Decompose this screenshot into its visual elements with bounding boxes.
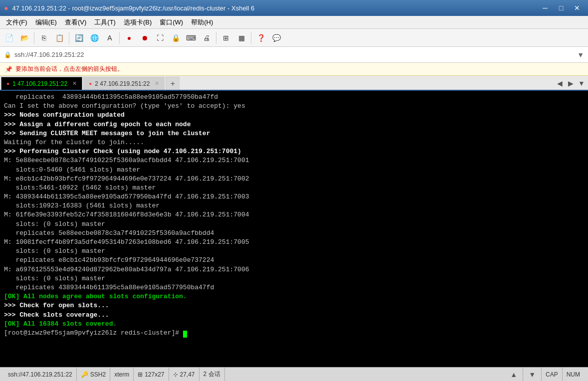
tip-icon: 📌 [5, 66, 12, 73]
close-button[interactable]: ✕ [570, 2, 584, 13]
menu-edit[interactable]: 编辑(E) [31, 17, 61, 28]
window-controls: ─ □ ✕ [538, 2, 584, 13]
size-icon: ⊞ [138, 371, 143, 378]
terminal-line: M: 10081fecff4b89f3a5dfe495314b7263e108b… [4, 238, 584, 247]
ssh-icon: 🔑 [81, 371, 88, 378]
terminal-line: >>> Check for open slots... [4, 301, 584, 310]
terminal-line: M: 43893444b611395c5a88ee9105ad577950ba4… [4, 192, 584, 201]
terminal-line: M: 5e88eecbe0878c3a7f4910225f5360a9acfbb… [4, 156, 584, 165]
tab-1-label: 1 47.106.219.251:22 [12, 80, 67, 87]
toolbar-fullscreen[interactable]: ⛶ [153, 31, 167, 45]
protocol-text: SSH2 [90, 371, 106, 378]
menu-view[interactable]: 查看(V) [61, 17, 90, 28]
maximize-button[interactable]: □ [554, 2, 568, 13]
toolbar-globe[interactable]: 🌐 [87, 31, 101, 45]
toolbar-new[interactable]: 📄 [2, 31, 16, 45]
toolbar-chat[interactable]: 💬 [269, 31, 283, 45]
tab-2-label: 2 47.106.219.251:22 [95, 80, 150, 87]
toolbar-keyboard[interactable]: ⌨ [184, 31, 198, 45]
terminal-line: M: e8cb1c42bb93bfcfc9f972964944696e0e737… [4, 175, 584, 184]
menu-tabs[interactable]: 选项卡(B) [120, 17, 156, 28]
menu-tools[interactable]: 工具(T) [90, 17, 120, 28]
status-position: ⊹ 27,47 [169, 368, 199, 381]
terminal-line: replicates 43893444b611395c5a88ee9105ad5… [4, 93, 584, 102]
terminal-line: >>> Sending CLUSTER MEET messages to joi… [4, 129, 584, 138]
terminal-line: >>> Check slots coverage... [4, 311, 584, 320]
tip-text: 要添加当前会话，点击左侧的箭头按钮。 [15, 65, 123, 73]
app-icon: ● [4, 4, 8, 12]
toolbar-help[interactable]: ❓ [254, 31, 268, 45]
menu-file[interactable]: 文件(F) [2, 17, 31, 28]
num-text: NUM [567, 371, 580, 378]
terminal-line: replicates e8cb1c42bb93bfcfc9f9729649446… [4, 256, 584, 265]
tab-nav: ◀ ▶ ▼ [554, 77, 587, 90]
toolbar-paste[interactable]: 📋 [52, 31, 66, 45]
tab-2-dot: ● [89, 81, 92, 86]
tab-1-dot: ● [6, 81, 9, 86]
tab-1-close[interactable]: ✕ [72, 80, 77, 87]
terminal-line: slots: (0 slots) master [4, 247, 584, 256]
scroll-up-icon[interactable]: ▲ [509, 371, 519, 379]
terminal-line: >>> Performing Cluster Check (using node… [4, 147, 584, 156]
terminal[interactable]: replicates 43893444b611395c5a88ee9105ad5… [0, 91, 588, 367]
status-cap: CAP [542, 368, 563, 381]
toolbar-red-circle[interactable]: ● [122, 31, 136, 45]
toolbar-record[interactable]: ⏺ [138, 31, 152, 45]
tab-2-close[interactable]: ✕ [155, 80, 159, 87]
terminal-line: Waiting for the cluster to join..... [4, 138, 584, 147]
status-connection: ssh://47.106.219.251:22 [4, 368, 77, 381]
terminal-line: [OK] All 16384 slots covered. [4, 320, 584, 329]
tab-bar: ● 1 47.106.219.251:22 ✕ ● 2 47.106.219.2… [0, 76, 588, 91]
address-bar: 🔒 ssh://47.106.219.251:22 ▼ [0, 47, 588, 63]
menu-window[interactable]: 窗口(W) [156, 17, 187, 28]
cap-text: CAP [546, 371, 558, 378]
toolbar-print[interactable]: 🖨 [199, 31, 213, 45]
status-size: ⊞ 127x27 [134, 368, 169, 381]
terminal-line: >>> Nodes configuration updated [4, 111, 584, 120]
tab-prev-button[interactable]: ◀ [554, 77, 565, 90]
status-scroll-down[interactable]: ▼ [523, 368, 542, 381]
toolbar-copy[interactable]: ⎘ [37, 31, 51, 45]
status-num: NUM [563, 368, 584, 381]
connection-text: ssh://47.106.219.251:22 [8, 371, 72, 378]
terminal-line: slots: (0 slots) master [4, 220, 584, 229]
tip-bar: 📌 要添加当前会话，点击左侧的箭头按钮。 [0, 63, 588, 76]
scroll-down-icon[interactable]: ▼ [527, 371, 537, 379]
toolbar-lock[interactable]: 🔒 [169, 31, 183, 45]
terminal-line: slots:5461-10922 (5462 slots) master [4, 184, 584, 192]
toolbar-font[interactable]: A [103, 31, 117, 45]
position-icon: ⊹ [173, 371, 178, 378]
terminal-line: slots: (0 slots) master [4, 274, 584, 283]
address-lock-icon: 🔒 [4, 51, 11, 58]
terminal-line: slots:10923-16383 (5461 slots) master [4, 201, 584, 210]
toolbar-refresh[interactable]: 🔄 [72, 31, 86, 45]
sessions-text: 2 会话 [203, 370, 220, 379]
minimize-button[interactable]: ─ [538, 2, 552, 13]
status-bar: ssh://47.106.219.251:22 🔑 SSH2 xterm ⊞ 1… [0, 367, 588, 381]
terminal-line: >>> Assign a different config epoch to e… [4, 120, 584, 129]
tab-1[interactable]: ● 1 47.106.219.251:22 ✕ [1, 77, 82, 90]
title-bar: ● 47.106.219.251:22 - root@izwz9ef5sjam9… [0, 0, 588, 16]
status-encoding: xterm [110, 368, 134, 381]
toolbar-split[interactable]: ⊞ [219, 31, 233, 45]
tab-list-button[interactable]: ▼ [576, 77, 587, 90]
status-protocol: 🔑 SSH2 [77, 368, 110, 381]
address-dropdown-icon[interactable]: ▼ [577, 51, 584, 59]
terminal-line: replicates 5e88eecbe0878c3a7f4910225f536… [4, 229, 584, 238]
toolbar-open[interactable]: 📂 [17, 31, 31, 45]
terminal-line: Can I set the above configuration? (type… [4, 102, 584, 111]
toolbar: 📄 📂 ⎘ 📋 🔄 🌐 A ● ⏺ ⛶ 🔒 ⌨ 🖨 ⊞ ▦ ❓ 💬 [0, 29, 588, 47]
tab-next-button[interactable]: ▶ [565, 77, 576, 90]
menu-bar: 文件(F) 编辑(E) 查看(V) 工具(T) 选项卡(B) 窗口(W) 帮助(… [0, 16, 588, 29]
terminal-line: M: a6976125553e4d94240d872962be80ab434d7… [4, 265, 584, 274]
toolbar-layout[interactable]: ▦ [234, 31, 248, 45]
terminal-line: [OK] All nodes agree about slots configu… [4, 292, 584, 301]
menu-help[interactable]: 帮助(H) [187, 17, 217, 28]
address-text: ssh://47.106.219.251:22 [14, 51, 574, 58]
position-text: 27,47 [180, 371, 195, 378]
size-text: 127x27 [145, 371, 164, 378]
add-tab-button[interactable]: + [166, 77, 180, 90]
tab-2[interactable]: ● 2 47.106.219.251:22 ✕ [83, 77, 165, 90]
terminal-line: M: 61f6e39e3393feb52c74f3581816046f8d3e6… [4, 210, 584, 219]
status-scroll-up[interactable]: ▲ [505, 368, 523, 381]
